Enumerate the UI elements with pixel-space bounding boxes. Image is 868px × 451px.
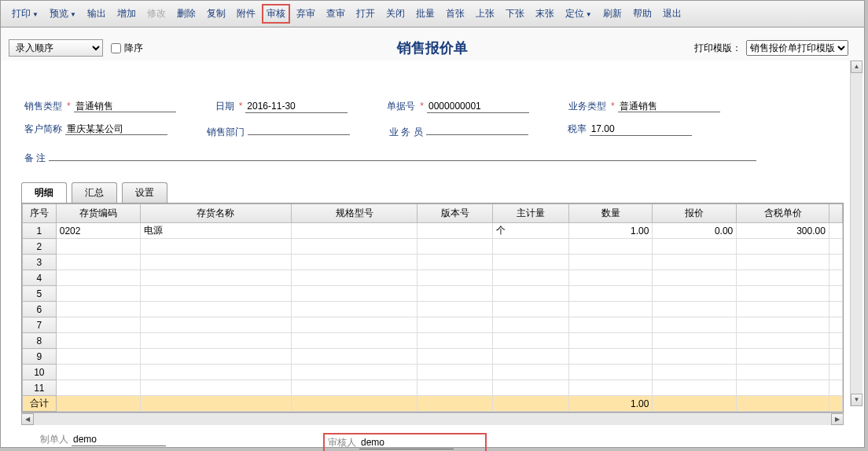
cell-code[interactable] [56,286,140,302]
cell-version[interactable] [417,270,493,286]
toolbar-attach[interactable]: 附件 [232,4,260,24]
cell-spec[interactable] [291,333,417,349]
col-version[interactable]: 版本号 [417,204,493,223]
toolbar-batch[interactable]: 批量 [411,4,440,24]
cell-unit[interactable] [493,333,568,349]
cell-unit[interactable] [493,239,568,255]
col-seq[interactable]: 序号 [23,204,57,223]
biz-type-value[interactable]: 普通销售 [618,100,720,112]
date-value[interactable]: 2016-11-30 [245,101,348,113]
cell-spec[interactable] [291,380,417,396]
desc-checkbox-wrap[interactable]: 降序 [111,42,143,55]
cell-spec[interactable] [291,239,417,255]
cell-unit[interactable] [493,302,568,317]
cell-spec[interactable] [291,365,417,380]
cell-spec[interactable] [291,255,417,270]
cell-code[interactable] [56,365,140,380]
cell-unit[interactable]: 个 [493,223,568,239]
cell-code[interactable] [56,349,140,365]
cell-taxprice[interactable] [737,255,829,270]
tab-summary[interactable]: 汇总 [72,182,117,203]
table-row[interactable]: 8 [23,333,843,349]
toolbar-unaudit[interactable]: 弃审 [292,4,320,24]
cell-name[interactable] [140,239,291,255]
cell-unit[interactable] [493,365,568,380]
cell-code[interactable] [56,255,140,270]
cell-qty[interactable] [568,317,653,333]
cell-unit[interactable] [493,380,568,396]
cell-code[interactable]: 0202 [56,223,140,239]
col-code[interactable]: 存货编码 [56,204,140,223]
remark-value[interactable] [49,148,756,161]
cell-taxprice[interactable] [737,333,829,349]
toolbar-print[interactable]: 打印▼ [7,4,43,24]
cell-qty[interactable] [568,239,653,255]
toolbar-audit[interactable]: 审核 [262,4,290,24]
table-row[interactable]: 4 [23,270,843,286]
cell-name[interactable] [140,270,291,286]
cell-taxprice[interactable] [737,349,829,365]
dept-value[interactable] [248,123,350,135]
horizontal-scrollbar[interactable]: ◀ ▶ [21,412,844,425]
cell-spec[interactable] [291,302,417,317]
cell-version[interactable] [417,286,493,302]
vertical-scrollbar[interactable]: ▲ ▼ [850,60,862,406]
cell-spec[interactable] [291,349,417,365]
sale-type-value[interactable]: 普通销售 [74,100,176,112]
toolbar-locate[interactable]: 定位▼ [561,4,597,24]
col-taxprice[interactable]: 含税单价 [737,204,829,223]
cell-name[interactable] [140,286,291,302]
toolbar-exit[interactable]: 退出 [658,4,686,24]
toolbar-checkaudit[interactable]: 查审 [322,4,350,24]
cell-unit[interactable] [493,317,568,333]
cell-taxprice[interactable] [737,286,829,302]
data-grid[interactable]: 序号 存货编码 存货名称 规格型号 版本号 主计量 数量 报价 含税单价 102… [22,204,843,412]
col-unit[interactable]: 主计量 [493,204,568,223]
table-row[interactable]: 9 [23,349,843,365]
toolbar-next[interactable]: 下张 [501,4,529,24]
cell-price[interactable] [653,380,737,396]
cell-price[interactable] [653,349,737,365]
cell-qty[interactable] [568,270,653,286]
cell-unit[interactable] [493,270,568,286]
cell-taxprice[interactable] [737,239,829,255]
cell-price[interactable] [653,255,737,270]
cell-version[interactable] [417,239,493,255]
col-price[interactable]: 报价 [653,204,737,223]
toolbar-copy[interactable]: 复制 [202,4,230,24]
desc-checkbox[interactable] [111,43,121,53]
cell-version[interactable] [417,223,493,239]
cell-price[interactable] [653,239,737,255]
scroll-down-icon[interactable]: ▼ [851,394,862,406]
cell-spec[interactable] [291,223,417,239]
table-row[interactable]: 10202电源个1.000.00300.00 [23,223,843,239]
cell-code[interactable] [56,270,140,286]
cell-version[interactable] [417,349,493,365]
cell-taxprice[interactable] [737,365,829,380]
cell-unit[interactable] [493,349,568,365]
cell-code[interactable] [56,380,140,396]
table-row[interactable]: 7 [23,317,843,333]
cell-unit[interactable] [493,286,568,302]
cell-version[interactable] [417,365,493,380]
cell-taxprice[interactable]: 300.00 [737,223,829,239]
cell-taxprice[interactable] [737,380,829,396]
table-row[interactable]: 5 [23,286,843,302]
toolbar-preview[interactable]: 预览▼ [45,4,81,24]
tab-settings[interactable]: 设置 [122,182,167,203]
cell-taxprice[interactable] [737,302,829,317]
cell-qty[interactable] [568,255,653,270]
table-row[interactable]: 6 [23,302,843,317]
toolbar-last[interactable]: 末张 [531,4,559,24]
toolbar-output[interactable]: 输出 [83,4,111,24]
print-template-select[interactable]: 销售报价单打印模版 [746,40,848,56]
cell-version[interactable] [417,333,493,349]
table-row[interactable]: 3 [23,255,843,270]
toolbar-open[interactable]: 打开 [351,4,380,24]
scroll-left-icon[interactable]: ◀ [21,413,34,425]
cell-qty[interactable] [568,365,653,380]
toolbar-close[interactable]: 关闭 [381,4,410,24]
cell-name[interactable]: 电源 [140,223,291,239]
customer-value[interactable]: 重庆某某公司 [65,123,167,135]
cell-taxprice[interactable] [737,270,829,286]
